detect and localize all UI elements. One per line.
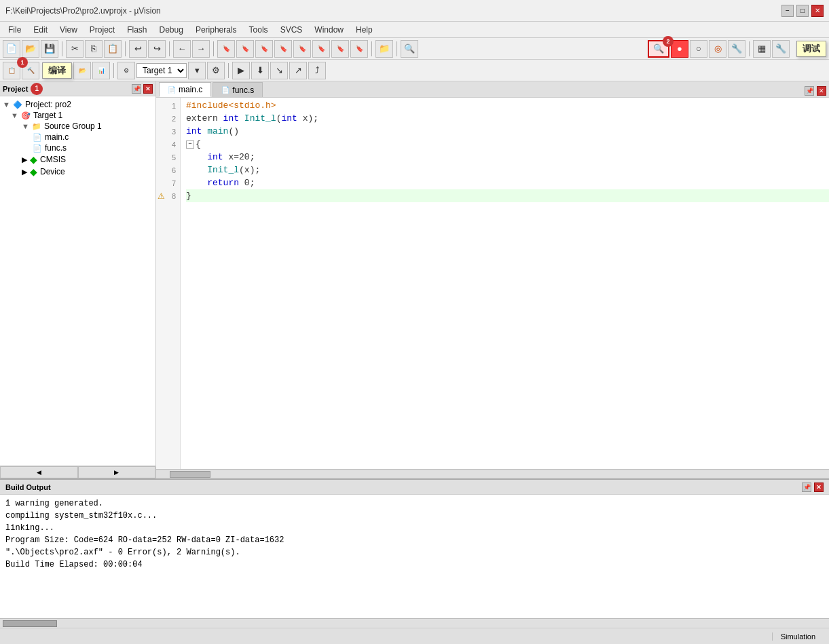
target-dropdown-button[interactable]: ▾ <box>188 62 206 79</box>
code-content[interactable]: #include<stdio.h> extern int Init_l(int … <box>181 98 829 469</box>
menu-flash[interactable]: Flash <box>122 24 152 36</box>
step-in-button[interactable]: ↘ <box>270 62 288 79</box>
build-btn[interactable]: 🔨 1 <box>22 62 39 79</box>
tab-controls: 📌 ✕ <box>802 85 829 97</box>
exec-till-return-button[interactable]: ⤴ <box>308 62 326 79</box>
layout-button[interactable]: ▦ <box>753 40 771 58</box>
debug-start-button[interactable]: ● <box>671 40 688 58</box>
tree-item-cmsis[interactable]: ▶ ◆ CMSIS <box>0 153 155 166</box>
copy-button[interactable]: ⎘ <box>85 40 103 58</box>
tree-item-target1[interactable]: ▼ 🎯 Target 1 <box>0 110 155 121</box>
menu-file[interactable]: File <box>3 24 26 36</box>
tree-label-funcs: func.s <box>45 143 67 153</box>
target-settings-button[interactable]: ⚙ <box>207 62 225 79</box>
tab-mainc[interactable]: 📄 main.c <box>159 82 211 97</box>
menu-window[interactable]: Window <box>309 24 349 36</box>
open-button[interactable]: 📂 <box>22 40 39 58</box>
code-text-3c: main <box>207 125 228 138</box>
tree-item-device[interactable]: ▶ ◆ Device <box>0 166 155 178</box>
bookmark1-button[interactable]: 🔖 <box>217 40 235 58</box>
tree-item-mainc[interactable]: 📄 main.c <box>0 132 155 143</box>
panel-pin-button[interactable]: 📌 <box>132 84 141 94</box>
menu-help[interactable]: Help <box>350 24 378 36</box>
options-for-target-button[interactable]: ⚙ <box>117 62 135 79</box>
menu-project[interactable]: Project <box>84 24 120 36</box>
code-text-2g: x); <box>297 112 318 125</box>
code-editor[interactable]: 1 2 3 4 5 6 7 ⚠ 8 #include<stdio.h> <box>156 98 829 469</box>
panel-close-button[interactable]: ✕ <box>143 84 153 94</box>
code-text-2e: ( <box>276 112 282 125</box>
panel-header-buttons: 📌 ✕ <box>132 84 153 94</box>
build-line-6: Build Time Elapsed: 00:00:04 <box>5 558 824 571</box>
file-icon-mainc: 📄 <box>33 133 42 142</box>
new-file-button[interactable]: 📄 <box>3 40 20 58</box>
target-icon: 🎯 <box>21 111 31 120</box>
bookmark8-button[interactable]: 🔖 <box>350 40 368 58</box>
menu-view[interactable]: View <box>54 24 83 36</box>
editor-scrollbar-h[interactable] <box>156 469 829 478</box>
code-text-1: #include<stdio.h> <box>186 99 276 112</box>
new-group-button[interactable]: 📂 <box>73 62 91 79</box>
tab-close-button[interactable]: ✕ <box>817 86 826 96</box>
undo-button[interactable]: ↩ <box>129 40 147 58</box>
scroll-left-button[interactable]: ◀ <box>0 466 78 478</box>
debug-config-button[interactable]: 🔧 <box>728 40 745 58</box>
build-scrollbar-thumb[interactable] <box>3 620 57 627</box>
code-indent-6 <box>186 164 207 176</box>
nav-forward-button[interactable]: → <box>192 40 210 58</box>
menu-svcs[interactable]: SVCS <box>275 24 308 36</box>
file-browser-button[interactable]: 📁 <box>375 40 393 58</box>
target-select[interactable]: Target 1 <box>136 63 187 78</box>
cut-button[interactable]: ✂ <box>66 40 84 58</box>
tree-item-sourcegroup1[interactable]: ▼ 📁 Source Group 1 <box>0 121 155 132</box>
toolbar-sep2 <box>125 41 126 56</box>
scroll-right-button[interactable]: ▶ <box>78 466 156 478</box>
manage-btn[interactable]: 📊 <box>92 62 110 79</box>
build-line-2: compiling system_stm32f10x.c... <box>5 510 824 522</box>
options-button[interactable]: 🔧 <box>772 40 790 58</box>
redo-button[interactable]: ↪ <box>148 40 166 58</box>
menu-peripherals[interactable]: Peripherals <box>190 24 242 36</box>
editor-scrollbar-thumb[interactable] <box>170 471 210 478</box>
window-controls: − □ ✕ <box>781 5 824 17</box>
tab-icon-mainc: 📄 <box>168 86 176 94</box>
debug-reset-button[interactable]: ◎ <box>709 40 726 58</box>
fold-indicator[interactable]: − <box>186 140 194 149</box>
save-button[interactable]: 💾 <box>41 40 58 58</box>
code-line-8: } <box>186 189 829 202</box>
maximize-button[interactable]: □ <box>796 5 809 17</box>
menu-edit[interactable]: Edit <box>28 24 53 36</box>
tab-pin-button[interactable]: 📌 <box>805 86 814 96</box>
bookmark3-button[interactable]: 🔖 <box>255 40 273 58</box>
bookmark5-button[interactable]: 🔖 <box>293 40 311 58</box>
toolbar2-sep2 <box>228 63 229 78</box>
step-out-button[interactable]: ↗ <box>289 62 307 79</box>
tree-item-project[interactable]: ▼ 🔷 Project: pro2 <box>0 99 155 110</box>
bookmark6-button[interactable]: 🔖 <box>312 40 330 58</box>
menu-tools[interactable]: Tools <box>244 24 274 36</box>
debug-stop-button[interactable]: ○ <box>690 40 707 58</box>
code-text-2c <box>239 112 244 125</box>
step-over-button[interactable]: ⬇ <box>251 62 269 79</box>
bookmark4-button[interactable]: 🔖 <box>274 40 292 58</box>
run-to-cursor-button[interactable]: ▶ <box>232 62 250 79</box>
code-line-7: return 0; <box>186 176 829 189</box>
close-button[interactable]: ✕ <box>811 5 824 17</box>
tree-item-funcs[interactable]: 📄 func.s <box>0 143 155 153</box>
build-line-3: linking... <box>5 522 824 534</box>
build-output-pin-button[interactable]: 📌 <box>802 482 811 492</box>
search-button[interactable]: 🔍 <box>401 40 418 58</box>
bookmark2-button[interactable]: 🔖 <box>236 40 254 58</box>
tree-label-sourcegroup1: Source Group 1 <box>44 121 102 131</box>
paste-button[interactable]: 📋 <box>104 40 122 58</box>
menu-debug[interactable]: Debug <box>154 24 189 36</box>
build-scrollbar-h[interactable] <box>0 618 829 628</box>
minimize-button[interactable]: − <box>781 5 794 17</box>
tab-funcs[interactable]: 📄 func.s <box>213 82 263 97</box>
nav-back-button[interactable]: ← <box>173 40 191 58</box>
code-text-2b: int <box>223 112 239 125</box>
search-dropdown-button[interactable]: 🔍 2 <box>648 40 669 58</box>
build-output-close-button[interactable]: ✕ <box>814 482 824 492</box>
bookmark7-button[interactable]: 🔖 <box>331 40 349 58</box>
toolbar-sep5 <box>371 41 372 56</box>
